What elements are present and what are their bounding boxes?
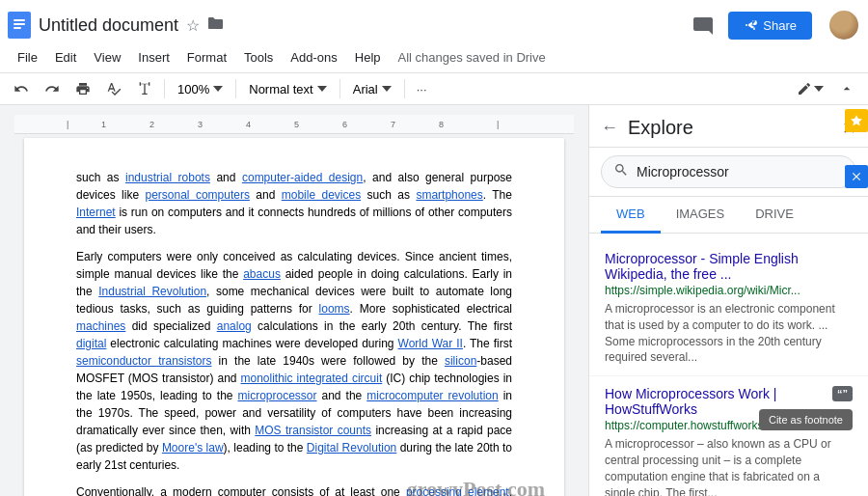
comments-button[interactable]: [686, 8, 720, 42]
paragraph-1: Early computers were only conceived as c…: [76, 248, 512, 474]
result-header-1: How Microprocessors Work | HowStuffWorks…: [605, 386, 853, 419]
paragraph-0: such as industrial robots and computer-a…: [76, 169, 512, 238]
menu-insert[interactable]: Insert: [130, 46, 177, 69]
side-icon-2[interactable]: [845, 165, 868, 188]
avatar[interactable]: [827, 9, 860, 41]
ruler-tick-8: 8: [439, 120, 444, 129]
menu-file[interactable]: File: [10, 46, 45, 69]
tab-web[interactable]: WEB: [601, 197, 661, 234]
main-area: | 1 2 3 4 5 6 7 8 | such as industrial r…: [0, 105, 868, 496]
link-industrial-robots[interactable]: industrial robots: [125, 171, 210, 184]
link-cad[interactable]: computer-aided design: [242, 171, 363, 184]
link-moore[interactable]: Moore's law: [162, 441, 224, 455]
explore-search-input[interactable]: [637, 164, 844, 179]
font-select[interactable]: Arial: [346, 78, 398, 100]
link-smartphones[interactable]: smartphones: [416, 188, 482, 202]
undo-button[interactable]: [8, 77, 35, 100]
explore-panel: ← Explore ✕ WEB IMAGES DRIVE Microproces…: [588, 105, 868, 496]
folder-icon[interactable]: [207, 16, 223, 34]
cite-tooltip: Cite as footnote: [759, 409, 853, 430]
side-icon-1[interactable]: [845, 109, 868, 132]
ruler: | 1 2 3 4 5 6 7 8 |: [14, 115, 574, 134]
document-area[interactable]: | 1 2 3 4 5 6 7 8 | such as industrial r…: [0, 105, 588, 496]
result-item-1[interactable]: How Microprocessors Work | HowStuffWorks…: [589, 376, 868, 496]
menu-help[interactable]: Help: [347, 46, 389, 69]
ruler-tick-9: |: [497, 120, 499, 129]
link-mos[interactable]: MOS transistor counts: [255, 424, 371, 437]
link-machines[interactable]: machines: [76, 319, 125, 333]
link-abacus[interactable]: abacus: [243, 267, 281, 281]
explore-header: ← Explore ✕: [589, 105, 868, 148]
link-internet[interactable]: Internet: [76, 206, 116, 219]
style-select[interactable]: Normal text: [242, 78, 333, 100]
title-row: Untitled document ☆ Explore Share: [8, 4, 860, 44]
tab-drive[interactable]: DRIVE: [740, 197, 809, 234]
ruler-tick-5: 5: [294, 120, 299, 129]
document-wrapper: | 1 2 3 4 5 6 7 8 | such as industrial r…: [14, 115, 574, 496]
menu-addons[interactable]: Add-ons: [283, 46, 344, 69]
separator-4: [404, 79, 405, 98]
link-processing[interactable]: processing element: [406, 485, 509, 496]
document-page[interactable]: such as industrial robots and computer-a…: [24, 138, 564, 496]
ruler-tick-7: 7: [391, 120, 395, 129]
menu-tools[interactable]: Tools: [236, 46, 281, 69]
menu-view[interactable]: View: [86, 46, 128, 69]
ruler-tick-1: 1: [101, 120, 106, 129]
link-semiconductor[interactable]: semiconductor transistors: [76, 354, 212, 368]
svg-rect-1: [14, 19, 25, 21]
link-silicon[interactable]: silicon: [445, 354, 476, 368]
edit-mode-button[interactable]: [791, 77, 829, 100]
zoom-value: 100%: [177, 82, 209, 96]
more-icon: ···: [417, 82, 427, 96]
search-box[interactable]: [601, 155, 856, 188]
link-industrial-rev[interactable]: Industrial Revolution: [98, 285, 206, 298]
ruler-tick-2: 2: [149, 120, 154, 129]
share-button[interactable]: Explore Share: [728, 12, 812, 40]
menu-format[interactable]: Format: [179, 46, 234, 69]
ruler-tick-6: 6: [342, 120, 347, 129]
link-digital-rev[interactable]: Digital Revolution: [307, 441, 396, 455]
print-button[interactable]: [69, 77, 96, 100]
spellcheck-button[interactable]: [100, 77, 127, 100]
ruler-tick-0: |: [67, 120, 68, 129]
explore-tabs: WEB IMAGES DRIVE: [589, 197, 868, 234]
zoom-select[interactable]: 100%: [171, 78, 230, 100]
cite-icon-btn[interactable]: “”: [832, 386, 853, 401]
result-item-0[interactable]: Microprocessor - Simple English Wikipedi…: [589, 241, 868, 376]
cite-area: “” Cite as footnote: [832, 386, 853, 401]
result-title-0: Microprocessor - Simple English Wikipedi…: [605, 251, 853, 282]
result-snippet-0: A microprocessor is an electronic compon…: [605, 301, 853, 366]
link-looms[interactable]: looms: [319, 302, 350, 316]
explore-title: Explore: [628, 117, 832, 139]
search-icon: [613, 162, 629, 181]
paragraph-2: Conventionally, a modern computer consis…: [76, 483, 512, 496]
link-analog[interactable]: analog: [217, 319, 252, 333]
paint-format-button[interactable]: [131, 77, 158, 100]
link-mobile[interactable]: mobile devices: [282, 188, 361, 202]
link-wwii[interactable]: World War II: [398, 337, 463, 350]
more-options-button[interactable]: ···: [411, 78, 433, 100]
link-monolithic[interactable]: monolithic integrated circuit: [241, 372, 383, 385]
document-title: Untitled document: [39, 15, 178, 36]
style-value: Normal text: [249, 82, 312, 96]
separator-3: [339, 79, 340, 98]
redo-button[interactable]: [39, 77, 66, 100]
link-digital[interactable]: digital: [76, 337, 106, 350]
menu-bar: File Edit View Insert Format Tools Add-o…: [8, 44, 860, 72]
menu-edit[interactable]: Edit: [47, 46, 84, 69]
tab-images[interactable]: IMAGES: [661, 197, 741, 234]
collapse-button[interactable]: [833, 77, 860, 100]
font-value: Arial: [353, 82, 378, 96]
side-icons: [843, 105, 868, 192]
star-icon[interactable]: ☆: [186, 16, 200, 35]
explore-back-button[interactable]: ←: [601, 118, 618, 138]
docs-icon: [8, 12, 31, 39]
autosave-status: All changes saved in Drive: [398, 46, 546, 69]
svg-rect-3: [14, 27, 21, 29]
separator-1: [164, 79, 165, 98]
top-bar: Untitled document ☆ Explore Share File E…: [0, 0, 868, 73]
result-url-0: https://simple.wikipedia.org/wiki/Micr..…: [605, 284, 853, 297]
link-pc[interactable]: personal computers: [145, 188, 249, 202]
link-microcomputer[interactable]: microcomputer revolution: [366, 389, 498, 402]
link-microprocessor[interactable]: microprocessor: [237, 389, 316, 402]
